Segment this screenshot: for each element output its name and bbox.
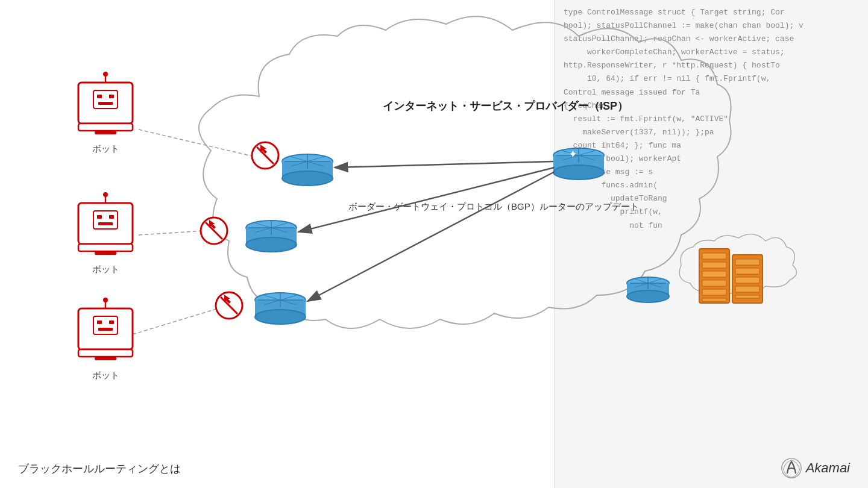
svg-point-59: [103, 72, 108, 77]
block-icon-1: [252, 142, 278, 169]
svg-rect-57: [98, 102, 113, 105]
svg-rect-78: [109, 321, 114, 324]
akamai-logo-text: Akamai: [806, 460, 850, 476]
svg-rect-88: [702, 271, 726, 277]
svg-point-81: [103, 298, 108, 302]
svg-rect-84: [78, 349, 133, 357]
svg-rect-95: [735, 277, 760, 283]
svg-rect-87: [702, 262, 726, 268]
svg-point-2: [553, 165, 604, 180]
svg-rect-76: [93, 316, 118, 334]
svg-rect-89: [702, 280, 726, 286]
svg-point-10: [282, 171, 333, 186]
svg-rect-65: [93, 211, 118, 229]
svg-rect-97: [735, 295, 760, 298]
svg-rect-56: [109, 95, 114, 98]
svg-rect-86: [702, 253, 726, 259]
svg-rect-67: [109, 215, 114, 219]
svg-rect-90: [702, 289, 726, 295]
bot-label-2: ボット: [92, 264, 119, 274]
svg-line-36: [335, 161, 553, 167]
router-cdn: [627, 277, 669, 302]
bot-computer-1: [78, 72, 133, 134]
svg-line-37: [298, 167, 555, 232]
bot-computer-3: [78, 298, 133, 360]
block-icon-3: [216, 292, 242, 319]
svg-rect-91: [702, 298, 726, 301]
block-icon-2: [201, 217, 227, 244]
router-isp-main: ✦: [553, 148, 604, 180]
router-top-left: [282, 154, 333, 186]
svg-rect-77: [97, 321, 102, 324]
svg-rect-54: [93, 90, 118, 108]
network-diagram: ✦: [0, 0, 868, 488]
svg-rect-66: [97, 215, 102, 219]
svg-line-38: [307, 172, 555, 301]
svg-rect-73: [78, 244, 133, 251]
server-rack: [699, 249, 763, 303]
bot-label-1: ボット: [92, 143, 119, 154]
svg-rect-55: [97, 95, 102, 98]
svg-rect-62: [78, 124, 133, 131]
svg-rect-93: [735, 259, 760, 265]
bottom-title: ブラックホールルーティングとは: [18, 461, 181, 476]
bot-label-3: ボット: [92, 370, 119, 380]
svg-point-24: [255, 310, 306, 324]
isp-label: インターネット・サービス・プロバイダー（ISP）: [383, 100, 628, 112]
svg-point-31: [627, 290, 669, 302]
svg-text:✦: ✦: [568, 148, 577, 160]
router-mid-left: [246, 221, 297, 252]
akamai-logo-icon: [781, 457, 802, 479]
svg-point-70: [103, 192, 108, 197]
bgp-label: ボーダー・ゲートウェイ・プロトコル（BGP）ルーターのアップデート: [348, 201, 639, 211]
akamai-logo: Akamai: [781, 457, 850, 479]
svg-rect-96: [735, 286, 760, 292]
svg-line-42: [133, 306, 226, 334]
router-bot-left: [255, 293, 306, 324]
svg-rect-94: [735, 268, 760, 274]
svg-rect-79: [98, 328, 113, 331]
svg-point-17: [246, 237, 297, 252]
svg-rect-68: [98, 222, 113, 225]
bot-computer-2: [78, 192, 133, 255]
